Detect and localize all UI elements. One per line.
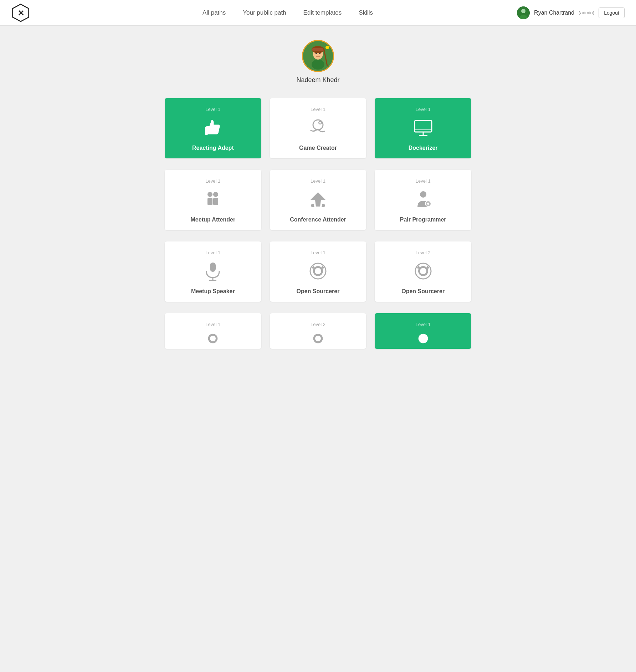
svg-rect-8 <box>312 48 324 51</box>
skill-icon-thumbsup <box>202 117 224 141</box>
profile-name: Nadeem Khedr <box>296 76 339 84</box>
nav-edit-templates[interactable]: Edit templates <box>303 8 342 18</box>
skill-icon-partial-1 <box>206 331 220 348</box>
skill-icon-microphone <box>202 260 224 285</box>
svg-point-43 <box>210 336 216 341</box>
skill-card-pair-programmer[interactable]: Level 1 Pair Programmer <box>375 170 471 230</box>
skill-card-conference-attender[interactable]: Level 1 Conference Attender <box>270 170 366 230</box>
skill-card-partial-2[interactable]: Level 2 <box>270 313 366 349</box>
logout-button[interactable]: Logout <box>599 7 625 18</box>
skills-row-4: Level 1 Level 2 <box>165 313 471 349</box>
skill-level: Level 1 <box>205 250 220 255</box>
profile-avatar-image <box>303 41 333 71</box>
svg-point-28 <box>427 203 429 205</box>
svg-point-12 <box>316 53 317 54</box>
main-nav: All paths Your public path Edit template… <box>58 8 517 18</box>
svg-point-24 <box>213 192 218 197</box>
skill-icon-steam <box>307 117 329 141</box>
skill-card-open-sourcerer-1[interactable]: Level 1 Open Sourcerer <box>270 241 366 302</box>
profile-section: Nadeem Khedr <box>165 40 471 84</box>
skill-level: Level 2 <box>311 322 325 327</box>
svg-rect-25 <box>213 198 218 205</box>
svg-rect-29 <box>210 263 216 272</box>
logo[interactable]: ✕ <box>11 4 30 22</box>
skill-card-dockerizer[interactable]: Level 1 Dockerizer <box>375 98 471 158</box>
svg-point-47 <box>420 336 426 341</box>
nav-all-paths[interactable]: All paths <box>202 8 226 18</box>
avatar <box>517 6 530 19</box>
skills-row-2: Level 1 Meetup Attender Level 1 <box>165 170 471 230</box>
svg-point-3 <box>521 9 525 13</box>
skill-level: Level 1 <box>416 178 431 184</box>
svg-text:✕: ✕ <box>17 9 24 17</box>
skill-name: Open Sourcerer <box>297 288 340 295</box>
header: ✕ All paths Your public path Edit templa… <box>0 0 636 26</box>
skill-name: Dockerizer <box>409 145 438 151</box>
skill-card-partial-1[interactable]: Level 1 <box>165 313 261 349</box>
skill-level: Level 1 <box>311 250 325 255</box>
svg-point-22 <box>207 192 212 197</box>
skill-level: Level 1 <box>416 107 431 112</box>
skill-level: Level 1 <box>416 322 431 327</box>
svg-point-17 <box>319 122 321 124</box>
skills-grid-4: Level 1 Level 2 <box>165 313 471 349</box>
skill-name: Open Sourcerer <box>401 288 445 295</box>
skill-level: Level 1 <box>205 107 220 112</box>
skill-level: Level 1 <box>311 107 325 112</box>
skill-icon-partial-2 <box>311 331 325 348</box>
skill-card-partial-3[interactable]: Level 1 <box>375 313 471 349</box>
skill-icon-github-cat <box>307 260 329 285</box>
svg-point-45 <box>315 336 321 341</box>
skill-name: Conference Attender <box>290 217 346 223</box>
profile-avatar <box>302 40 334 72</box>
skill-icon-person-gear <box>412 189 434 213</box>
skill-level: Level 1 <box>311 178 325 184</box>
skill-level: Level 1 <box>205 178 220 184</box>
skill-name: Pair Programmer <box>400 217 446 223</box>
skills-row-1: Level 1 Reacting Adept Level 1 <box>165 98 471 158</box>
main-content: Nadeem Khedr Level 1 Reacting Adept Leve… <box>158 26 478 382</box>
skill-card-meetup-speaker[interactable]: Level 1 Meetup Speaker <box>165 241 261 302</box>
nav-skills[interactable]: Skills <box>359 8 373 18</box>
skill-icon-github-cat-2 <box>412 260 434 285</box>
skill-level: Level 2 <box>416 250 431 255</box>
nav-public-path[interactable]: Your public path <box>243 8 286 18</box>
skill-icon-monitor <box>412 117 434 141</box>
skill-card-game-creator[interactable]: Level 1 Game Creator <box>270 98 366 158</box>
user-name: Ryan Chartrand <box>534 10 574 16</box>
svg-point-9 <box>312 60 324 70</box>
skill-card-reacting-adept[interactable]: Level 1 Reacting Adept <box>165 98 261 158</box>
skill-icon-plane <box>307 189 329 213</box>
skills-grid-1: Level 1 Reacting Adept Level 1 <box>165 98 471 158</box>
svg-rect-23 <box>207 198 212 205</box>
skills-grid-3: Level 1 Meetup Speaker Level 1 <box>165 241 471 302</box>
skill-card-meetup-attender[interactable]: Level 1 Meetup Attender <box>165 170 261 230</box>
svg-point-39 <box>420 268 426 274</box>
skill-name: Meetup Speaker <box>191 288 235 295</box>
skill-name: Game Creator <box>299 145 337 151</box>
user-role: (admin) <box>579 10 594 15</box>
svg-point-15 <box>313 120 323 130</box>
header-right: Ryan Chartrand (admin) Logout <box>517 6 625 19</box>
skills-row-3: Level 1 Meetup Speaker Level 1 <box>165 241 471 302</box>
skill-name: Meetup Attender <box>191 217 236 223</box>
svg-point-13 <box>319 53 320 54</box>
skill-card-open-sourcerer-2[interactable]: Level 2 Open Sourcerer <box>375 241 471 302</box>
skill-level: Level 1 <box>205 322 220 327</box>
svg-rect-14 <box>205 127 208 135</box>
svg-point-11 <box>325 46 329 49</box>
svg-point-34 <box>315 268 321 274</box>
skill-name: Reacting Adept <box>192 145 234 151</box>
svg-rect-18 <box>415 121 432 132</box>
svg-point-26 <box>420 191 426 198</box>
skills-grid-2: Level 1 Meetup Attender Level 1 <box>165 170 471 230</box>
skill-icon-partial-3 <box>416 331 430 348</box>
skill-icon-people <box>202 189 224 213</box>
